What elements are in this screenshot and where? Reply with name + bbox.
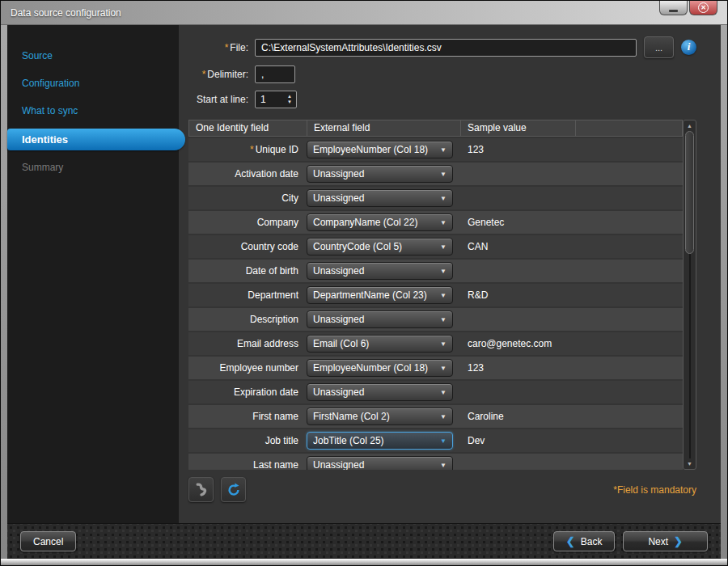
- browse-button[interactable]: ...: [644, 36, 674, 58]
- sample-value: Caroline: [460, 411, 683, 422]
- back-button[interactable]: ❮ Back: [553, 531, 616, 551]
- next-button[interactable]: Next ❯: [623, 531, 708, 551]
- stepper-down-icon[interactable]: ▼: [287, 99, 292, 105]
- external-field-dropdown[interactable]: FirstName (Col 2) ▼: [307, 408, 453, 425]
- header-sample-value[interactable]: Sample value: [461, 120, 576, 136]
- dropdown-selected-value: EmployeeNumber (Col 18): [313, 362, 437, 374]
- sidebar-item-identities[interactable]: Identities: [7, 129, 185, 150]
- dropdown-selected-value: CountryCode (Col 5): [313, 241, 437, 252]
- scrollbar-thumb[interactable]: [685, 131, 694, 254]
- sample-value: 123: [460, 144, 683, 155]
- external-field-dropdown[interactable]: CountryCode (Col 5) ▼: [307, 238, 453, 256]
- chevron-down-icon: ▼: [440, 292, 447, 299]
- chevron-left-icon: ❮: [566, 535, 575, 547]
- window-frame-left: [1, 25, 7, 559]
- window-body: Source Configuration What to sync Identi…: [1, 25, 727, 559]
- refresh-button[interactable]: [221, 477, 246, 502]
- mandatory-field-note: *Field is mandatory: [613, 484, 696, 496]
- mandatory-asterisk: *: [225, 42, 229, 53]
- external-field-dropdown[interactable]: Unassigned ▼: [307, 310, 453, 328]
- minimize-button[interactable]: [659, 1, 688, 15]
- sample-value: caro@genetec.com: [460, 338, 683, 349]
- wizard-sidebar: Source Configuration What to sync Identi…: [7, 25, 179, 523]
- external-field-dropdown[interactable]: Unassigned ▼: [307, 165, 453, 183]
- dropdown-selected-value: Unassigned: [313, 386, 437, 398]
- identity-field-label: Last name: [188, 459, 307, 470]
- external-field-dropdown[interactable]: Unassigned ▼: [307, 383, 453, 401]
- identity-field-label: First name: [188, 411, 307, 422]
- data-source-configuration-window: Data source configuration ✕ Source Confi…: [0, 0, 728, 566]
- identity-field-label: Employee number: [188, 362, 307, 374]
- clear-mappings-icon: [194, 483, 208, 496]
- refresh-icon: [226, 483, 241, 497]
- sample-value: 123: [460, 362, 683, 374]
- external-field-dropdown[interactable]: CompanyName (Col 22) ▼: [307, 213, 453, 231]
- file-path-input[interactable]: [255, 39, 637, 57]
- identity-field-label: Company: [188, 217, 307, 228]
- title-bar: Data source configuration ✕: [1, 1, 727, 25]
- dropdown-selected-value: Unassigned: [313, 168, 437, 180]
- scroll-down-icon[interactable]: ▼: [687, 458, 692, 469]
- sample-value: Genetec: [460, 217, 683, 228]
- scroll-up-icon[interactable]: ▲: [687, 120, 692, 131]
- external-field-dropdown[interactable]: EmployeeNumber (Col 18) ▼: [307, 359, 453, 377]
- external-field-dropdown[interactable]: Unassigned ▼: [307, 456, 453, 470]
- clear-mappings-button[interactable]: [188, 477, 214, 502]
- dropdown-selected-value: Unassigned: [313, 192, 437, 204]
- window-frame-right: [721, 25, 727, 559]
- close-button[interactable]: ✕: [689, 1, 717, 15]
- header-one-identity-field[interactable]: One Identity field: [189, 120, 307, 136]
- external-field-dropdown[interactable]: EmployeeNumber (Col 18) ▼: [307, 141, 453, 158]
- table-scrollbar[interactable]: ▲ ▼: [683, 120, 696, 470]
- dropdown-selected-value: Unassigned: [313, 265, 437, 277]
- external-field-dropdown[interactable]: Unassigned ▼: [307, 262, 453, 280]
- dropdown-selected-value: Email (Col 6): [313, 338, 437, 349]
- chevron-down-icon: ▼: [440, 365, 447, 372]
- cancel-button[interactable]: Cancel: [20, 531, 76, 551]
- dropdown-selected-value: CompanyName (Col 22): [313, 217, 437, 228]
- mandatory-asterisk: *: [202, 69, 206, 80]
- dropdown-selected-value: Unassigned: [313, 314, 437, 325]
- dropdown-selected-value: FirstName (Col 2): [313, 411, 437, 422]
- table-row: Department DepartmentName (Col 23) ▼ R&D: [188, 284, 683, 306]
- external-field-dropdown[interactable]: DepartmentName (Col 23) ▼: [307, 286, 453, 304]
- table-row: Date of birth Unassigned ▼: [188, 260, 683, 282]
- header-external-field[interactable]: External field: [307, 120, 461, 136]
- delimiter-input[interactable]: [255, 65, 295, 83]
- mandatory-asterisk: *: [250, 144, 254, 155]
- sidebar-item-configuration[interactable]: Configuration: [7, 74, 179, 94]
- table-row: Country code CountryCode (Col 5) ▼ CAN: [188, 235, 683, 258]
- identity-field-label: Email address: [188, 338, 307, 349]
- identity-field-label: Activation date: [188, 168, 307, 180]
- chevron-right-icon: ❯: [674, 535, 683, 547]
- chevron-down-icon: ▼: [440, 316, 447, 323]
- stepper-up-icon[interactable]: ▲: [287, 94, 292, 99]
- sidebar-item-what-to-sync[interactable]: What to sync: [7, 101, 179, 121]
- sample-value: CAN: [460, 241, 683, 252]
- external-field-dropdown[interactable]: Email (Col 6) ▼: [307, 335, 453, 353]
- file-label: *File:: [188, 42, 248, 53]
- chevron-down-icon: ▼: [440, 437, 447, 445]
- start-at-line-stepper[interactable]: 1 ▲ ▼: [255, 91, 297, 108]
- external-field-dropdown[interactable]: JobTitle (Col 25) ▼: [307, 432, 453, 450]
- start-at-line-value: 1: [256, 91, 283, 108]
- sidebar-item-source[interactable]: Source: [7, 46, 179, 66]
- table-row: *Unique ID EmployeeNumber (Col 18) ▼ 123: [188, 138, 683, 161]
- window-title: Data source configuration: [11, 7, 121, 19]
- chevron-down-icon: ▼: [440, 171, 447, 178]
- dropdown-selected-value: EmployeeNumber (Col 18): [313, 144, 437, 155]
- dropdown-selected-value: DepartmentName (Col 23): [313, 289, 437, 301]
- identity-field-label: Country code: [188, 241, 307, 252]
- table-row: City Unassigned ▼: [188, 187, 683, 209]
- table-row: Activation date Unassigned ▼: [188, 163, 683, 185]
- identity-field-label: Job title: [188, 435, 307, 446]
- footer-bar: Cancel ❮ Back Next ❯: [7, 523, 721, 559]
- external-field-dropdown[interactable]: Unassigned ▼: [307, 189, 453, 207]
- stepper-buttons: ▲ ▼: [283, 91, 296, 108]
- info-icon[interactable]: i: [681, 40, 696, 55]
- table-row: Description Unassigned ▼: [188, 308, 683, 331]
- table-header: One Identity field External field Sample…: [188, 120, 683, 137]
- scrollbar-track[interactable]: [689, 254, 691, 458]
- chevron-down-icon: ▼: [440, 268, 447, 275]
- chevron-down-icon: ▼: [440, 462, 447, 469]
